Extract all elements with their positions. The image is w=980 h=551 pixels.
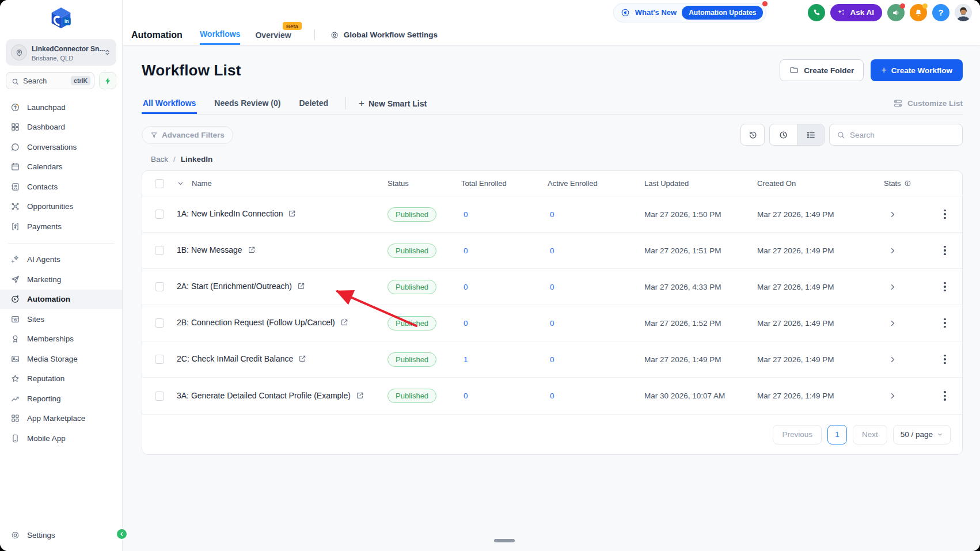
sidebar-item-dashboard[interactable]: Dashboard [0,117,122,138]
workflow-name[interactable]: 2B: Connection Request (Follow Up/Cancel… [177,318,335,327]
sidebar-item-automation[interactable]: Automation [0,290,122,310]
stats-expand-button[interactable] [884,283,926,291]
sidebar-item-ai-agents[interactable]: AI Agents [0,250,122,270]
sidebar-item-media-storage[interactable]: Media Storage [0,349,122,369]
sidebar-collapse-button[interactable] [116,528,128,540]
total-enrolled-value[interactable]: 0 [461,210,548,219]
total-enrolled-value[interactable]: 0 [461,392,548,400]
column-header-status[interactable]: Status [388,179,461,188]
tab-needs-review[interactable]: Needs Review (0) [213,98,282,114]
ask-ai-button[interactable]: Ask AI [830,4,882,21]
create-workflow-button[interactable]: + Create Workflow [871,59,963,81]
workflow-name[interactable]: 3A: Generate Detailed Contact Profile (E… [177,391,351,400]
sidebar-item-settings[interactable]: Settings [0,526,122,546]
sidebar-item-app-marketplace[interactable]: App Marketplace [0,409,122,429]
column-header-created-on[interactable]: Created On [757,179,884,188]
select-all-checkbox[interactable] [155,179,164,188]
total-enrolled-value[interactable]: 0 [461,319,548,328]
previous-page-button[interactable]: Previous [773,425,822,444]
tab-overview[interactable]: Overview Beta [255,25,291,45]
chevron-down-icon[interactable] [177,180,192,187]
whats-new-pill[interactable]: What's New Automation Updates [613,3,767,22]
table-row[interactable]: 2A: Start (Enrichment/Outreach) Publishe… [142,269,962,305]
page-number-button[interactable]: 1 [827,425,847,444]
workflow-name[interactable]: 2C: Check InMail Credit Balance [177,354,293,363]
total-enrolled-value[interactable]: 0 [461,283,548,291]
sidebar-item-sites[interactable]: Sites [0,309,122,329]
sidebar-item-opportunities[interactable]: Opportunities [0,197,122,217]
active-enrolled-value[interactable]: 0 [548,355,644,364]
external-link-icon[interactable] [297,282,305,290]
row-actions-menu-button[interactable] [926,387,963,404]
sidebar-item-marketing[interactable]: Marketing [0,269,122,290]
row-checkbox[interactable] [155,392,164,401]
user-avatar[interactable] [955,4,972,21]
announcements-button[interactable] [887,4,905,21]
active-enrolled-value[interactable]: 0 [548,319,644,328]
list-view-button[interactable] [797,124,824,145]
workflow-name[interactable]: 2A: Start (Enrichment/Outreach) [177,282,292,291]
table-row[interactable]: 3A: Generate Detailed Contact Profile (E… [142,378,962,414]
sidebar-item-calendars[interactable]: Calendars [0,157,122,177]
table-search-input[interactable]: Search [829,124,963,146]
column-header-stats[interactable]: Stats [884,179,926,188]
total-enrolled-value[interactable]: 0 [461,246,548,255]
row-actions-menu-button[interactable] [926,206,963,223]
sidebar-item-launchpad[interactable]: Launchpad [0,97,122,117]
sidebar-item-reporting[interactable]: Reporting [0,389,122,409]
page-size-select[interactable]: 50 / page [893,425,951,444]
column-header-last-updated[interactable]: Last Updated [644,179,757,188]
advanced-filters-button[interactable]: Advanced Filters [142,126,233,144]
stats-expand-button[interactable] [884,392,926,400]
external-link-icon[interactable] [298,355,306,363]
external-link-icon[interactable] [356,392,364,400]
table-row[interactable]: 2C: Check InMail Credit Balance Publishe… [142,341,962,378]
breadcrumb-current-folder[interactable]: LinkedIn [181,155,213,164]
sidebar-item-memberships[interactable]: Memberships [0,329,122,349]
enrollment-history-button[interactable] [740,124,765,146]
tab-all-workflows[interactable]: All Workflows [142,98,197,114]
external-link-icon[interactable] [248,246,256,254]
workflow-name[interactable]: 1A: New LinkedIn Connection [177,209,283,218]
column-header-total-enrolled[interactable]: Total Enrolled [461,179,548,188]
tab-deleted[interactable]: Deleted [298,98,329,114]
tab-workflows[interactable]: Workflows [200,25,241,45]
recent-view-button[interactable] [770,124,797,145]
table-row[interactable]: 2B: Connection Request (Follow Up/Cancel… [142,305,962,341]
row-actions-menu-button[interactable] [926,279,963,295]
external-link-icon[interactable] [340,318,348,326]
notifications-button[interactable] [910,4,927,21]
row-checkbox[interactable] [155,355,164,364]
total-enrolled-value[interactable]: 1 [461,355,548,364]
row-checkbox[interactable] [155,282,164,291]
row-actions-menu-button[interactable] [926,315,963,332]
row-checkbox[interactable] [155,318,164,328]
quick-actions-button[interactable] [99,72,116,89]
stats-expand-button[interactable] [884,246,926,255]
phone-button[interactable] [808,4,825,21]
stats-expand-button[interactable] [884,319,926,328]
account-switcher[interactable]: LinkedConnector Sn... Brisbane, QLD [6,39,116,66]
sidebar-item-payments[interactable]: Payments [0,216,122,237]
customize-list-button[interactable]: Customize List [893,98,963,114]
active-enrolled-value[interactable]: 0 [548,283,644,291]
app-logo[interactable]: in [0,0,122,37]
create-folder-button[interactable]: Create Folder [780,59,864,81]
column-header-name[interactable]: Name [192,179,388,188]
stats-expand-button[interactable] [884,355,926,364]
row-checkbox[interactable] [155,246,164,255]
stats-expand-button[interactable] [884,210,926,219]
breadcrumb-back[interactable]: Back [151,155,168,164]
active-enrolled-value[interactable]: 0 [548,210,644,219]
external-link-icon[interactable] [288,210,296,218]
row-actions-menu-button[interactable] [926,351,963,368]
sidebar-search-input[interactable]: Search ctrlK [6,72,94,89]
new-smart-list-button[interactable]: + New Smart List [359,98,427,114]
row-checkbox[interactable] [155,210,164,219]
active-enrolled-value[interactable]: 0 [548,246,644,255]
horizontal-scrollbar-thumb[interactable] [494,539,515,542]
sidebar-item-reputation[interactable]: Reputation [0,369,122,389]
next-page-button[interactable]: Next [853,425,887,444]
sidebar-item-conversations[interactable]: Conversations [0,137,122,157]
sidebar-item-contacts[interactable]: Contacts [0,177,122,197]
